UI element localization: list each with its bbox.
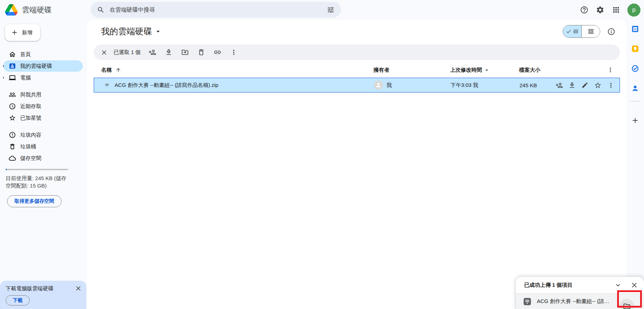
page-title[interactable]: 我的雲端硬碟 (101, 26, 152, 37)
zip-file-icon (104, 82, 110, 88)
sidebar-item-label: 電腦 (20, 75, 31, 81)
copy-link-button[interactable] (214, 48, 221, 56)
more-vertical-icon (607, 66, 614, 73)
link-icon (214, 48, 221, 56)
column-header-name[interactable]: 名稱 (101, 67, 112, 73)
brand[interactable]: 雲端硬碟 (5, 0, 52, 20)
get-more-storage-button[interactable]: 取得更多儲存空間 (7, 195, 62, 207)
contacts-icon (631, 84, 639, 92)
clear-selection-button[interactable] (99, 48, 109, 57)
view-toggle (563, 25, 600, 38)
close-icon (100, 49, 108, 56)
gear-icon (596, 6, 604, 14)
storage-usage-text: 目前使用量: 245 KB (儲存空間配額: 15 GB) (6, 174, 71, 189)
sidebar-item-trash[interactable]: 垃圾桶 (3, 141, 83, 152)
annotation-highlight-box (617, 290, 642, 308)
sidebar-item-shared-with-me[interactable]: 與我共用 (3, 89, 83, 100)
download-icon (568, 82, 576, 89)
column-header-owner[interactable]: 擁有者 (373, 67, 389, 73)
chevron-down-icon[interactable] (154, 28, 162, 35)
move-folder-icon (181, 48, 189, 56)
search-icon[interactable] (97, 6, 105, 14)
more-actions-button[interactable] (230, 48, 238, 56)
chevron-right-icon[interactable] (1, 75, 6, 80)
row-download-button[interactable] (568, 81, 577, 90)
toast-close-button[interactable] (630, 281, 638, 290)
details-button[interactable] (607, 27, 616, 36)
tasks-button[interactable] (631, 64, 639, 73)
get-add-ons-button[interactable] (631, 116, 639, 125)
owner-avatar (374, 81, 383, 90)
row-share-button[interactable] (555, 81, 564, 90)
promo-download-button[interactable]: 下載 (6, 295, 30, 305)
promo-title: 下載電腦版雲端硬碟 (6, 285, 81, 292)
column-header-size[interactable]: 檔案大小 (519, 67, 540, 73)
sidebar-item-computers[interactable]: 電腦 (3, 72, 83, 83)
file-size: 245 KB (520, 82, 555, 88)
storage-progress-bar (6, 169, 68, 170)
grid-view-toggle[interactable] (581, 25, 600, 37)
home-icon (9, 51, 16, 58)
calendar-button[interactable] (631, 25, 639, 33)
close-icon (630, 281, 638, 289)
computers-icon (9, 74, 16, 81)
selected-count: 已選取 1 個 (114, 49, 141, 56)
row-star-button[interactable] (593, 81, 603, 90)
move-to-folder-button[interactable] (181, 48, 189, 56)
sort-ascending-icon[interactable] (115, 67, 121, 73)
toast-collapse-button[interactable] (614, 281, 622, 290)
google-drive-app: 雲端硬碟 p 新增 首頁 我的雲端硬碟 (0, 0, 644, 309)
sidebar-item-home[interactable]: 首頁 (3, 49, 83, 60)
column-header-modified[interactable]: 上次修改時間 (450, 67, 482, 73)
row-more-button[interactable] (606, 81, 615, 90)
more-vertical-icon (230, 48, 238, 56)
search-input[interactable] (110, 7, 322, 13)
promo-close-button[interactable] (74, 285, 82, 292)
settings-button[interactable] (596, 5, 605, 14)
calendar-icon (631, 25, 639, 33)
file-name: ACG 創作大賽 --動畫組-- (請寫作品名稱).zip (115, 82, 218, 89)
uploaded-file-name: ACG 創作大賽 --動畫組-- (請寫作品名稱).zip (537, 298, 614, 305)
my-drive-icon (9, 63, 16, 70)
more-vertical-icon (607, 82, 615, 89)
upload-toast-title: 已成功上傳 1 個項目 (524, 282, 573, 289)
list-view-toggle[interactable] (563, 25, 581, 37)
chevron-down-icon (614, 281, 622, 289)
row-rename-button[interactable] (580, 81, 590, 90)
help-button[interactable] (580, 5, 589, 14)
download-button[interactable] (165, 48, 173, 56)
trash-icon (9, 143, 16, 150)
sidebar-item-label: 已加星號 (20, 115, 41, 121)
top-bar: 雲端硬碟 p (0, 0, 644, 20)
sidebar-item-recent[interactable]: 近期存取 (3, 101, 83, 112)
page-title-row: 我的雲端硬碟 (87, 20, 626, 43)
keep-button[interactable] (631, 44, 639, 53)
sidebar-item-label: 儲存空間 (20, 155, 41, 162)
sidebar-item-storage[interactable]: 儲存空間 (3, 153, 83, 164)
sidebar-item-label: 近期存取 (20, 103, 41, 110)
plus-icon (11, 29, 18, 36)
people-icon (9, 91, 16, 98)
new-button[interactable]: 新增 (5, 24, 40, 41)
tasks-icon (631, 65, 639, 72)
sidebar-item-label: 與我共用 (20, 91, 41, 98)
contacts-button[interactable] (631, 84, 639, 93)
list-view-icon (573, 28, 579, 35)
chevron-right-icon[interactable] (1, 64, 6, 69)
apps-grid-button[interactable] (611, 5, 621, 14)
person-add-icon (556, 82, 563, 89)
account-avatar[interactable]: p (627, 4, 640, 17)
storage-used-fill (6, 169, 7, 170)
help-icon (580, 6, 588, 14)
sidebar-item-my-drive[interactable]: 我的雲端硬碟 (3, 60, 83, 72)
grid-view-icon (588, 28, 594, 35)
sidebar-item-spam[interactable]: 垃圾內容 (3, 129, 83, 141)
column-settings-button[interactable] (606, 65, 615, 75)
search-bar[interactable] (91, 2, 341, 18)
search-filter-tune-icon[interactable] (327, 6, 335, 14)
share-button[interactable] (149, 48, 156, 56)
side-panel-rail (626, 20, 644, 309)
delete-button[interactable] (197, 48, 205, 56)
table-row-selected-file[interactable]: ACG 創作大賽 --動畫組-- (請寫作品名稱).zip 我 下午3:03 我… (94, 78, 620, 93)
sidebar-item-starred[interactable]: 已加星號 (3, 112, 83, 124)
